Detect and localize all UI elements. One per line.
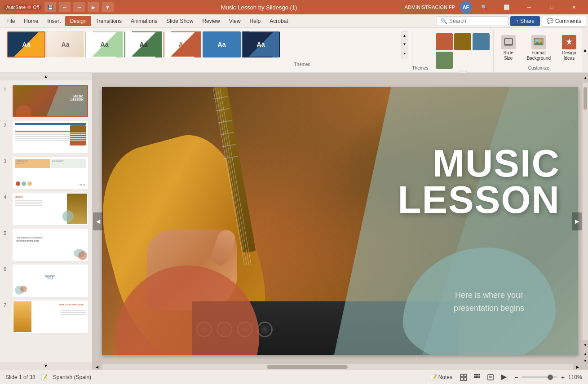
slide-size-button[interactable]: Slide Size <box>497 33 520 63</box>
menu-view[interactable]: View <box>225 16 245 26</box>
slide-thumb-6[interactable]: 6 SECTIONTITLE <box>3 264 89 298</box>
slide-image-1[interactable]: MUSICLESSON <box>13 85 88 117</box>
slide-canvas[interactable]: MUSIC LESSON Here is where yourpresentat… <box>102 87 578 355</box>
slide-thumb-5[interactable]: 5 "You can teach all subjects the best m… <box>3 228 89 262</box>
save-button[interactable]: 💾 <box>44 2 56 12</box>
slide-image-4[interactable]: VENUS <box>13 193 88 225</box>
slide-image-7[interactable]: WHAT IS THIS TOPIC ABOUT <box>13 300 88 333</box>
themes-scroll-down[interactable]: ▼ <box>401 40 408 48</box>
prev-slide-button[interactable]: ◀ <box>93 212 103 230</box>
menu-insert[interactable]: Insert <box>43 16 65 26</box>
slide-image-6[interactable]: SECTIONTITLE <box>13 265 88 297</box>
redo-button[interactable]: ↪ <box>73 2 85 12</box>
variant-2[interactable] <box>454 33 471 50</box>
h-scroll-thumb[interactable] <box>267 365 348 369</box>
svg-rect-8 <box>460 378 463 380</box>
sidebar-scroll-up[interactable]: ▲ <box>0 73 92 80</box>
next-slide-button[interactable]: ▶ <box>572 212 582 230</box>
autosave-badge[interactable]: AutoSave Off <box>4 4 42 10</box>
slide-subtitle[interactable]: Here is where yourpresentation begins <box>454 289 524 315</box>
ribbon-collapse-button[interactable]: ▲ <box>582 28 588 72</box>
vertical-scrollbar[interactable]: ▲ ▼ ▲ ▼ <box>583 73 588 364</box>
search-input[interactable] <box>449 18 508 24</box>
slide-title[interactable]: MUSIC LESSON <box>398 146 560 218</box>
theme-7[interactable]: Aa <box>242 31 280 57</box>
theme-3[interactable]: Aa <box>85 31 124 57</box>
spell-check-icon[interactable]: 📝 <box>41 374 48 380</box>
search-icon: 🔍 <box>441 18 447 24</box>
menu-transitions[interactable]: Transitions <box>91 16 126 26</box>
slide-image-2[interactable] <box>13 121 88 153</box>
search-box[interactable]: 🔍 <box>437 16 508 26</box>
slide-number-5: 5 <box>4 229 11 236</box>
slide-preview-6: SECTIONTITLE <box>13 265 87 296</box>
variant-3[interactable] <box>473 33 490 50</box>
slide-preview-1: MUSICLESSON <box>13 86 87 116</box>
reading-view-button[interactable] <box>486 372 495 382</box>
menu-help[interactable]: Help <box>245 16 265 26</box>
design-ideas-button[interactable]: Design Ideas <box>558 33 580 63</box>
themes-expand[interactable]: ▾ <box>401 49 408 58</box>
theme-1[interactable]: Aa <box>7 31 45 57</box>
svg-rect-6 <box>460 374 463 377</box>
zoom-slider[interactable] <box>522 376 557 378</box>
share-button[interactable]: ↑ Share <box>510 16 540 26</box>
scroll-right-button[interactable]: ▶ <box>573 364 583 370</box>
slide-image-5[interactable]: "You can teach all subjects the best mid… <box>13 229 88 261</box>
slide-number-7: 7 <box>4 300 11 308</box>
language[interactable]: Spanish (Spain) <box>53 374 91 380</box>
theme-5[interactable]: Aa <box>164 31 202 57</box>
notes-button[interactable]: 📝 Notes <box>428 373 455 381</box>
zoom-level[interactable]: 110% <box>568 374 583 380</box>
slide-thumb-3[interactable]: 3 FEATURES OFTHIS TOPIC ASSIGNMENT STATI… <box>3 156 89 190</box>
variant-1[interactable] <box>436 33 453 50</box>
close-button[interactable]: ✕ <box>564 0 584 14</box>
username-label: ADMINISTRACION FP <box>405 4 455 10</box>
menu-acrobat[interactable]: Acrobat <box>265 16 292 26</box>
theme-4[interactable]: Aa <box>124 31 163 57</box>
menu-slideshow[interactable]: Slide Show <box>162 16 198 26</box>
scroll-up-button[interactable]: ▲ <box>583 73 588 83</box>
maximize-button[interactable]: □ <box>541 0 562 14</box>
present-button[interactable]: ▶ <box>88 2 99 12</box>
themes-scroll-up[interactable]: ▲ <box>401 31 408 40</box>
menu-design[interactable]: Design <box>65 16 91 26</box>
slide-image-3[interactable]: FEATURES OFTHIS TOPIC ASSIGNMENT STATION <box>13 157 88 189</box>
menu-home[interactable]: Home <box>19 16 43 26</box>
slideshow-button[interactable] <box>499 372 509 382</box>
user-avatar[interactable]: AF <box>460 1 472 13</box>
minimize-button[interactable]: ─ <box>519 0 539 14</box>
zoom-out-button[interactable]: − <box>513 374 520 381</box>
menu-animations[interactable]: Animations <box>126 16 162 26</box>
themes-area: Aa Aa Aa Aa Aa Aa Aa <box>7 31 400 57</box>
v-scroll-thumb[interactable] <box>584 87 587 110</box>
titlebar-left: AutoSave Off 💾 ↩ ↪ ▶ ▼ <box>4 2 114 12</box>
slide-thumb-4[interactable]: 4 VENUS <box>3 192 89 226</box>
horizontal-scrollbar[interactable]: ◀ ▶ <box>92 364 583 370</box>
slide-thumb-7[interactable]: 7 WHAT IS THIS TOPIC ABOUT <box>3 300 89 334</box>
scroll-to-top-button[interactable]: ▲ <box>583 350 588 357</box>
comments-button[interactable]: 💬 Comments <box>542 16 586 26</box>
customize-qt-button[interactable]: ▼ <box>102 2 114 12</box>
slide-size-svg <box>503 37 514 48</box>
theme-2[interactable]: Aa <box>46 31 84 57</box>
slide-thumb-1[interactable]: 1 MUSICLESSON <box>3 84 89 118</box>
menu-review[interactable]: Review <box>198 16 224 26</box>
sidebar-scroll-down[interactable]: ▼ <box>0 362 92 370</box>
scroll-left-button[interactable]: ◀ <box>92 364 102 370</box>
format-background-button[interactable]: Format Background <box>523 33 554 63</box>
zoom-in-button[interactable]: + <box>559 374 566 381</box>
scroll-to-bottom-button[interactable]: ▼ <box>583 357 588 364</box>
scroll-down-button[interactable]: ▼ <box>583 340 588 350</box>
slide-thumb-2[interactable]: 2 <box>3 120 89 154</box>
slide-sorter-button[interactable] <box>472 372 482 382</box>
menu-file[interactable]: File <box>2 16 19 26</box>
variant-4[interactable] <box>436 52 453 69</box>
svg-rect-16 <box>488 375 493 380</box>
normal-view-button[interactable] <box>459 372 469 382</box>
theme-6[interactable]: Aa <box>203 31 241 57</box>
search-icon[interactable]: 🔍 <box>474 0 495 14</box>
slide-preview-5: "You can teach all subjects the best mid… <box>13 230 87 260</box>
ribbon-toggle-button[interactable]: ⬜ <box>496 0 517 14</box>
undo-button[interactable]: ↩ <box>59 2 71 12</box>
